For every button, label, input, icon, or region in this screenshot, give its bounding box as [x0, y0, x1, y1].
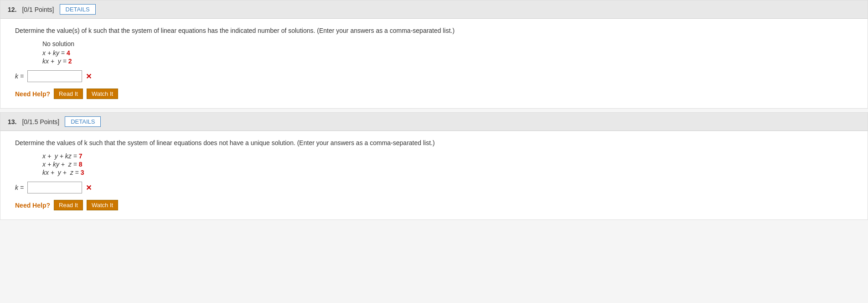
question-13-equations: x + y + kz = 7 x + ky + z = 8 kx + y + z… — [42, 152, 853, 176]
question-12-equations: No solution x + ky = 4 kx + y = 2 — [42, 40, 853, 65]
question-13-eq2: x + ky + z = 8 — [42, 161, 853, 168]
question-13-eq1: x + y + kz = 7 — [42, 152, 853, 160]
question-12-details-button[interactable]: DETAILS — [60, 4, 96, 15]
question-12-points: [0/1 Points] — [22, 6, 54, 13]
question-13-points: [0/1.5 Points] — [22, 118, 59, 125]
question-12-eq1: x + ky = 4 — [42, 49, 853, 57]
question-13-answer-input[interactable] — [27, 182, 82, 193]
question-12-body: Determine the value(s) of k such that th… — [0, 19, 868, 108]
question-12-need-help-label: Need Help? — [15, 90, 50, 98]
question-13-answer-row: k = ✕ — [15, 182, 853, 193]
question-13-text: Determine the values of k such that the … — [15, 138, 853, 148]
question-12-wrong-mark: ✕ — [86, 72, 92, 81]
question-12-answer-input[interactable] — [27, 70, 82, 82]
question-12-eq2: kx + y = 2 — [42, 57, 853, 65]
question-13-body: Determine the values of k such that the … — [0, 131, 868, 219]
question-12-watch-it-button[interactable]: Watch It — [87, 89, 118, 99]
question-13-need-help-row: Need Help? Read It Watch It — [15, 200, 853, 210]
question-12-system: x + ky = 4 kx + y = 2 — [42, 49, 853, 65]
question-12-block: 12. [0/1 Points] DETAILS Determine the v… — [0, 0, 868, 109]
question-13-answer-label: k = — [15, 184, 24, 191]
question-13-watch-it-button[interactable]: Watch It — [87, 200, 118, 210]
question-12-read-it-button[interactable]: Read It — [54, 89, 83, 99]
question-13-details-button[interactable]: DETAILS — [65, 116, 101, 127]
question-12-solution-label: No solution — [42, 40, 853, 47]
question-13-need-help-label: Need Help? — [15, 202, 50, 209]
question-13-number: 13. — [8, 118, 16, 125]
question-13-block: 13. [0/1.5 Points] DETAILS Determine the… — [0, 112, 868, 220]
question-13-wrong-mark: ✕ — [86, 183, 92, 192]
question-13-header: 13. [0/1.5 Points] DETAILS — [0, 113, 868, 131]
question-12-answer-row: k = ✕ — [15, 70, 853, 82]
question-12-number: 12. — [8, 6, 16, 13]
question-13-system: x + y + kz = 7 x + ky + z = 8 kx + y + z… — [42, 152, 853, 176]
question-12-need-help-row: Need Help? Read It Watch It — [15, 89, 853, 99]
question-12-header: 12. [0/1 Points] DETAILS — [0, 0, 868, 19]
page-container: 12. [0/1 Points] DETAILS Determine the v… — [0, 0, 868, 303]
question-12-text: Determine the value(s) of k such that th… — [15, 26, 853, 36]
question-13-read-it-button[interactable]: Read It — [54, 200, 83, 210]
question-13-eq3: kx + y + z = 3 — [42, 169, 853, 176]
question-12-answer-label: k = — [15, 73, 24, 80]
